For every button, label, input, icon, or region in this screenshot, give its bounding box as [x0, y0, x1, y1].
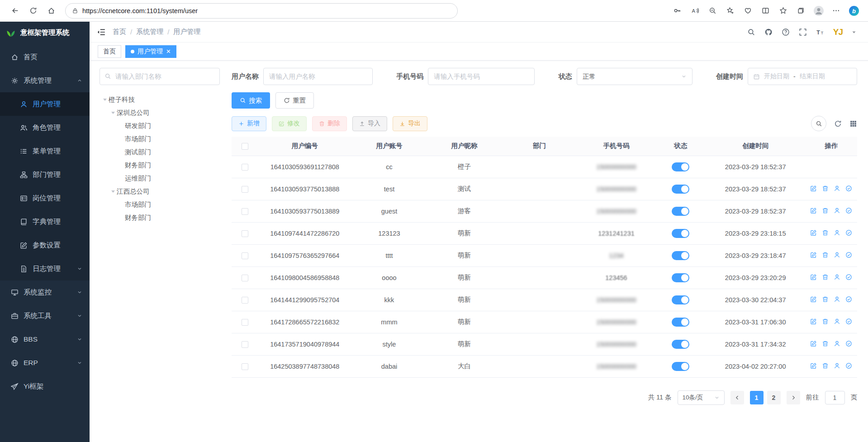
- reset-password-icon[interactable]: [834, 296, 840, 303]
- tree-node[interactable]: 市场部门: [100, 198, 220, 211]
- page-number-button[interactable]: 2: [767, 391, 781, 404]
- tree-node[interactable]: 江西总公司: [100, 185, 220, 198]
- sidebar-fold-icon[interactable]: [97, 28, 106, 36]
- goto-page-input[interactable]: [825, 391, 845, 404]
- delete-user-icon[interactable]: [822, 318, 829, 325]
- table-columns-icon[interactable]: [849, 120, 857, 128]
- copilot-icon[interactable]: b: [847, 3, 861, 19]
- export-button[interactable]: 导出: [393, 116, 427, 131]
- delete-user-icon[interactable]: [822, 362, 829, 369]
- assign-role-icon[interactable]: [845, 185, 852, 192]
- tree-node[interactable]: 深圳总公司: [100, 106, 220, 119]
- favorites-icon[interactable]: [776, 3, 790, 19]
- collections-icon[interactable]: [794, 3, 808, 19]
- status-toggle[interactable]: [672, 273, 689, 282]
- assign-role-icon[interactable]: [845, 318, 852, 325]
- add-favorite-icon[interactable]: [723, 3, 737, 19]
- department-search-input[interactable]: [100, 68, 220, 85]
- status-toggle[interactable]: [672, 162, 689, 171]
- table-search-toggle[interactable]: [811, 116, 826, 131]
- tree-node[interactable]: 橙子科技: [100, 93, 220, 106]
- status-toggle[interactable]: [672, 340, 689, 349]
- search-button[interactable]: 搜索: [232, 92, 270, 109]
- sidebar-item[interactable]: 用户管理: [0, 92, 90, 116]
- assign-role-icon[interactable]: [845, 252, 852, 258]
- row-checkbox[interactable]: [242, 230, 248, 237]
- tree-node[interactable]: 市场部门: [100, 133, 220, 146]
- reset-password-icon[interactable]: [834, 229, 840, 236]
- browser-essentials-icon[interactable]: [741, 3, 755, 19]
- delete-user-icon[interactable]: [822, 229, 829, 236]
- sidebar-item[interactable]: 参数设置: [0, 233, 90, 257]
- password-key-icon[interactable]: [670, 3, 684, 19]
- sidebar-item[interactable]: 日志管理: [0, 257, 90, 280]
- reset-password-icon[interactable]: [834, 340, 840, 347]
- sidebar-item[interactable]: 角色管理: [0, 116, 90, 139]
- breadcrumb-item[interactable]: / 用户管理: [163, 28, 200, 36]
- row-checkbox[interactable]: [242, 164, 248, 171]
- read-aloud-icon[interactable]: A: [688, 3, 702, 19]
- row-checkbox[interactable]: [242, 208, 248, 215]
- delete-user-icon[interactable]: [822, 252, 829, 258]
- sidebar-item[interactable]: 系统监控: [0, 280, 90, 304]
- phone-input[interactable]: [428, 68, 535, 85]
- reset-password-icon[interactable]: [834, 207, 840, 214]
- sidebar-item[interactable]: 岗位管理: [0, 186, 90, 210]
- prev-page-button[interactable]: [730, 391, 744, 404]
- assign-role-icon[interactable]: [845, 362, 852, 369]
- sidebar-item[interactable]: BBS: [0, 328, 90, 351]
- tree-node[interactable]: 测试部门: [100, 146, 220, 159]
- reset-password-icon[interactable]: [834, 185, 840, 192]
- select-all-checkbox[interactable]: [242, 143, 248, 150]
- status-toggle[interactable]: [672, 251, 689, 260]
- tab[interactable]: 首页: [98, 45, 121, 58]
- tree-node[interactable]: 财务部门: [100, 159, 220, 172]
- row-checkbox[interactable]: [242, 252, 248, 259]
- sidebar-item[interactable]: ERP: [0, 351, 90, 375]
- edit-user-icon[interactable]: [810, 252, 817, 258]
- assign-role-icon[interactable]: [845, 229, 852, 236]
- username-input[interactable]: [263, 68, 373, 85]
- edit-user-icon[interactable]: [810, 229, 817, 236]
- github-icon[interactable]: [764, 28, 773, 36]
- edit-user-icon[interactable]: [810, 340, 817, 347]
- zoom-icon[interactable]: [706, 3, 720, 19]
- row-checkbox[interactable]: [242, 275, 248, 281]
- edit-user-icon[interactable]: [810, 274, 817, 280]
- page-number-button[interactable]: 1: [750, 391, 764, 404]
- delete-user-icon[interactable]: [822, 340, 829, 347]
- row-checkbox[interactable]: [242, 319, 248, 326]
- status-select[interactable]: 正常: [577, 68, 693, 85]
- delete-user-icon[interactable]: [822, 207, 829, 214]
- reset-password-icon[interactable]: [834, 318, 840, 325]
- edit-user-icon[interactable]: [810, 207, 817, 214]
- row-checkbox[interactable]: [242, 341, 248, 348]
- back-icon[interactable]: [7, 3, 23, 19]
- address-bar[interactable]: https://ccnetcore.com:1101/system/user: [65, 3, 458, 19]
- tree-node[interactable]: 运维部门: [100, 172, 220, 185]
- assign-role-icon[interactable]: [845, 296, 852, 303]
- search-icon[interactable]: [747, 28, 755, 36]
- delete-button[interactable]: 删除: [312, 116, 347, 131]
- sidebar-item[interactable]: 系统工具: [0, 304, 90, 328]
- edit-user-icon[interactable]: [810, 362, 817, 369]
- page-size-select[interactable]: 10条/页: [678, 390, 725, 405]
- settings-more-icon[interactable]: [829, 3, 843, 19]
- add-button[interactable]: 新增: [232, 116, 266, 131]
- reset-password-icon[interactable]: [834, 274, 840, 280]
- reset-password-icon[interactable]: [834, 362, 840, 369]
- sidebar-item[interactable]: 部门管理: [0, 163, 90, 186]
- next-page-button[interactable]: [787, 391, 800, 404]
- sidebar-item[interactable]: 菜单管理: [0, 139, 90, 163]
- tab-close-icon[interactable]: [166, 49, 171, 54]
- status-toggle[interactable]: [672, 318, 689, 327]
- row-checkbox[interactable]: [242, 363, 248, 370]
- edit-user-icon[interactable]: [810, 318, 817, 325]
- breadcrumb-item[interactable]: / 首页: [113, 28, 126, 36]
- reset-password-icon[interactable]: [834, 252, 840, 258]
- font-size-icon[interactable]: TT: [816, 28, 824, 36]
- refresh-icon[interactable]: [25, 3, 41, 19]
- user-logo[interactable]: YJ: [833, 27, 843, 37]
- import-button[interactable]: 导入: [352, 116, 387, 131]
- delete-user-icon[interactable]: [822, 296, 829, 303]
